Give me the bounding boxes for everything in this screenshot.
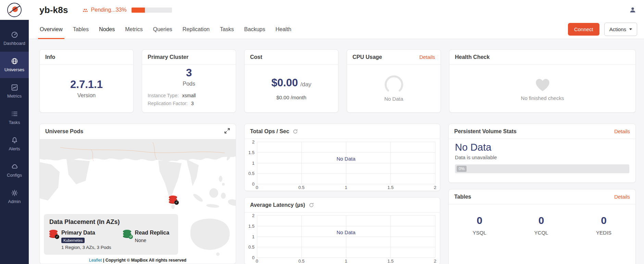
gridline: [346, 142, 346, 184]
universe-pods-card: Universe Pods: [39, 124, 236, 264]
cpu-gauge-icon: [382, 75, 406, 93]
sidebar-item-alerts[interactable]: Alerts: [0, 131, 29, 157]
tab-tasks[interactable]: Tasks: [215, 20, 239, 39]
sidebar-item-label: Admin: [8, 199, 21, 204]
tab-nodes[interactable]: Nodes: [94, 20, 120, 39]
admin-gear-icon: [11, 189, 18, 197]
gridline: [257, 215, 257, 257]
leaflet-link[interactable]: Leaflet: [89, 258, 102, 263]
pod-map-marker[interactable]: ✓: [169, 196, 177, 204]
data-placement-panel: Data Placement (In AZs) ✓ Primary Data: [44, 214, 178, 255]
x-tick-label: 0.5: [298, 259, 305, 264]
chart-no-data-label: No Data: [336, 156, 355, 162]
universe-title: yb-k8s: [39, 5, 68, 15]
sidebar-item-admin[interactable]: Admin: [0, 184, 29, 210]
tab-metrics[interactable]: Metrics: [120, 20, 148, 39]
ycql-label: YCQL: [534, 230, 548, 236]
info-card: Info 2.7.1.1 Version: [39, 49, 134, 113]
tables-details-link[interactable]: Details: [614, 194, 630, 200]
pvs-no-data-value: No Data: [455, 142, 629, 153]
total-ops-chart: 00.511.52 No Data 00.511.52: [247, 142, 435, 190]
user-profile-icon[interactable]: [629, 6, 636, 14]
ysql-count: 0: [477, 215, 483, 226]
sidebar-item-label: Metrics: [7, 93, 22, 99]
sidebar-nav: Dashboard Universes Metrics Tasks A: [0, 20, 29, 210]
data-placement-title: Data Placement (In AZs): [49, 218, 173, 226]
card-title: Average Latency (µs): [250, 202, 305, 208]
pods-count: 3: [186, 67, 192, 79]
pending-label: Pending...33%: [91, 7, 127, 13]
pending-dots-icon: [83, 8, 88, 13]
read-replica-db-icon: ↺: [123, 230, 131, 238]
yugabyte-logo-icon: [7, 2, 22, 17]
cpu-details-link[interactable]: Details: [419, 54, 435, 60]
pods-label: Pods: [183, 81, 195, 87]
refresh-icon[interactable]: [293, 129, 298, 134]
pending-task-indicator[interactable]: Pending...33%: [83, 7, 172, 13]
sidebar: Dashboard Universes Metrics Tasks A: [0, 0, 29, 264]
configs-cloud-icon: [11, 163, 18, 170]
chevron-down-icon: [629, 28, 632, 30]
pvs-details-link[interactable]: Details: [614, 128, 630, 134]
dashboard-icon: [11, 31, 18, 38]
tab-tables[interactable]: Tables: [68, 20, 94, 39]
tasks-list-icon: [11, 110, 18, 117]
connect-button[interactable]: Connect: [568, 23, 599, 36]
sidebar-item-configs[interactable]: Configs: [0, 157, 29, 184]
card-title: Health Check: [455, 54, 490, 60]
x-tick-label: 1: [345, 259, 347, 264]
sidebar-item-metrics[interactable]: Metrics: [0, 78, 29, 104]
primary-data-label: Primary Data: [61, 230, 111, 236]
tab-replication[interactable]: Replication: [177, 20, 215, 39]
alerts-bell-icon: [11, 137, 18, 144]
sidebar-item-label: Configs: [7, 173, 22, 178]
cpu-usage-card: CPU Usage Details No Data: [347, 49, 441, 113]
y-tick-label: 1: [252, 234, 255, 239]
gridline: [391, 142, 391, 184]
average-latency-card: Average Latency (µs) 00.511.52 No Data 0…: [244, 197, 440, 264]
universe-tabbar: Overview Tables Nodes Metrics Queries Re…: [29, 20, 644, 39]
actions-dropdown-button[interactable]: Actions: [604, 23, 637, 36]
sidebar-item-universes[interactable]: Universes: [0, 52, 29, 78]
yedis-stat: 0 YEDIS: [596, 215, 611, 264]
replica-badge-icon: ↺: [128, 235, 133, 239]
app-logo[interactable]: [0, 0, 29, 20]
tab-backups[interactable]: Backups: [239, 20, 270, 39]
map-attribution: Leaflet | Copyright © MapBox All rights …: [40, 258, 236, 263]
y-tick-label: 1.5: [248, 150, 255, 155]
tab-queries[interactable]: Queries: [148, 20, 177, 39]
ysql-stat: 0 YSQL: [473, 215, 486, 264]
sidebar-item-dashboard[interactable]: Dashboard: [0, 25, 29, 52]
y-tick-label: 1.5: [248, 223, 255, 228]
card-title: Tables: [454, 194, 471, 200]
cost-per-day-value: $0.00: [271, 77, 298, 89]
chart-no-data-label: No Data: [336, 229, 355, 235]
gridline: [346, 215, 346, 257]
expand-icon[interactable]: [224, 128, 230, 134]
main-area: yb-k8s Pending...33% Overview Tables Nod…: [29, 0, 644, 264]
gridline: [301, 142, 302, 184]
card-title: Info: [45, 54, 55, 60]
check-badge-icon: ✓: [174, 200, 179, 205]
sidebar-item-label: Tasks: [9, 120, 20, 125]
sidebar-item-label: Dashboard: [3, 41, 25, 46]
pending-progress-fill: [132, 8, 145, 13]
health-check-card: Health Check No finished checks: [449, 49, 636, 113]
cpu-no-data-label: No Data: [384, 96, 403, 102]
tab-overview[interactable]: Overview: [35, 20, 68, 39]
sidebar-item-tasks[interactable]: Tasks: [0, 104, 29, 131]
overview-content: Info 2.7.1.1 Version Primary Cluster 3 P…: [29, 39, 644, 264]
read-replica-value: None: [135, 238, 169, 243]
replication-factor-row: Replication Factor: 3: [148, 101, 230, 106]
x-tick-label: 2: [434, 259, 436, 264]
refresh-icon[interactable]: [309, 202, 314, 208]
check-badge-icon: ✓: [55, 235, 59, 239]
version-value: 2.7.1.1: [70, 78, 103, 91]
y-tick-label: 2: [252, 139, 255, 144]
card-title: Cost: [250, 54, 262, 60]
attribution-text: | Copyright © MapBox All rights reserved: [102, 258, 186, 263]
tab-health[interactable]: Health: [270, 20, 296, 39]
y-tick-label: 0: [252, 181, 255, 187]
world-map[interactable]: ✓ Data Placement (In AZs) ✓: [40, 139, 236, 264]
gridline: [391, 215, 391, 257]
